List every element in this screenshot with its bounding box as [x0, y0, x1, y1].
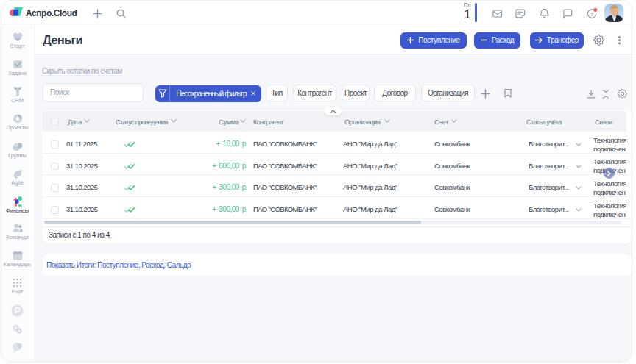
svg-text:?: ? [590, 10, 594, 17]
